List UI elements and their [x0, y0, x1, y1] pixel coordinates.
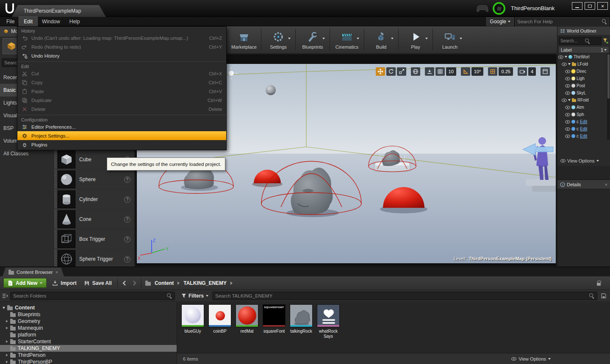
menu-item-undo-history[interactable]: Undo History	[17, 51, 226, 60]
outliner-row-folder[interactable]: RFold	[557, 97, 610, 104]
edit-blueprint-link[interactable]: Edit	[580, 134, 587, 138]
outliner-row-directional-light[interactable]: Direc	[557, 68, 610, 75]
asset-thumbnail[interactable]	[317, 304, 340, 327]
drag-grip-icon[interactable]	[54, 190, 57, 209]
outliner-search-input[interactable]	[560, 39, 585, 43]
visibility-eye-icon[interactable]	[558, 55, 563, 59]
outliner-row-light[interactable]: Ligh	[557, 75, 610, 82]
label-column-header[interactable]: Label	[561, 47, 572, 52]
asset-thumbnail[interactable]	[236, 304, 258, 327]
visibility-eye-icon[interactable]	[565, 113, 570, 116]
search-folders-input[interactable]	[13, 293, 167, 298]
visibility-eye-icon[interactable]	[565, 84, 570, 88]
folder-row-platform[interactable]: platform	[0, 331, 177, 338]
save-all-button[interactable]: Save All	[82, 278, 114, 288]
folder-row-mannequin[interactable]: Mannequin	[0, 325, 177, 331]
save-search-icon[interactable]	[601, 293, 607, 299]
world-local-space-button[interactable]	[411, 67, 420, 76]
camera-speed-value[interactable]: 4	[528, 67, 536, 76]
help-icon[interactable]: ?	[124, 256, 130, 262]
visibility-eye-icon[interactable]	[565, 70, 570, 73]
surface-snap-button[interactable]	[425, 67, 434, 76]
place-actor-sphere[interactable]: Sphere ?	[54, 170, 135, 189]
close-button[interactable]: ×	[597, 2, 608, 10]
rotate-tool-button[interactable]	[386, 67, 396, 76]
asset-thumbnail[interactable]	[208, 304, 231, 327]
menu-item-plugins[interactable]: Plugins	[17, 140, 226, 149]
expander-icon[interactable]	[6, 354, 8, 356]
rotation-snap-button[interactable]	[461, 67, 470, 76]
visibility-eye-icon[interactable]	[565, 91, 570, 95]
folder-row-content[interactable]: Content	[0, 304, 177, 311]
outliner-row-world[interactable]: ThirWorl	[557, 53, 610, 61]
expander-icon[interactable]	[6, 327, 8, 329]
menu-item-project-settings[interactable]: Project Settings...	[17, 131, 226, 140]
menu-item-editor-preferences[interactable]: Editor Preferences...	[17, 122, 226, 131]
asset-thumbnail[interactable]	[181, 304, 204, 327]
visibility-eye-icon[interactable]	[565, 127, 570, 131]
chevron-down-icon[interactable]	[425, 38, 428, 39]
menu-window[interactable]: Window	[37, 17, 65, 26]
sort-icon[interactable]	[604, 49, 607, 51]
search-assets-input[interactable]	[215, 293, 589, 298]
visibility-eye-icon[interactable]	[565, 106, 570, 109]
chevron-down-icon[interactable]	[460, 38, 462, 39]
toolbar-settings-button[interactable]: Settings	[262, 27, 294, 53]
outliner-row-blueprint[interactable]: cEdit	[557, 118, 610, 125]
place-actor-cylinder[interactable]: Cylinder ?	[54, 190, 135, 209]
drag-grip-icon[interactable]	[54, 150, 57, 169]
outliner-row-postprocess[interactable]: Post	[557, 82, 610, 89]
help-search-input[interactable]	[517, 19, 602, 24]
minimize-button[interactable]	[572, 2, 582, 10]
help-icon[interactable]: ?	[124, 216, 130, 223]
chevron-down-icon[interactable]	[391, 38, 394, 39]
menu-help[interactable]: Help	[65, 17, 85, 26]
outliner-row-folder[interactable]: LFold	[557, 61, 610, 68]
place-actor-box-trigger[interactable]: Box Trigger ?	[54, 229, 135, 249]
status-ring-icon[interactable]	[493, 2, 505, 15]
filter-add-icon[interactable]	[603, 38, 609, 44]
asset-redmat[interactable]: redMat	[235, 304, 259, 334]
outliner-row-skylight[interactable]: SkyL	[557, 89, 610, 97]
help-icon[interactable]: ?	[124, 196, 130, 203]
scale-snap-button[interactable]	[488, 67, 497, 76]
expander-icon[interactable]	[6, 340, 8, 343]
asset-thumbnail[interactable]: SQUAREFONT	[263, 304, 286, 327]
translate-tool-button[interactable]	[376, 67, 385, 76]
floating-sphere-mesh[interactable]	[266, 85, 276, 95]
search-engine-dropdown[interactable]: Google	[486, 17, 514, 26]
outliner-row-atmosphere[interactable]: Atm	[557, 104, 610, 111]
outliner-row-blueprint[interactable]: cEdit	[557, 125, 610, 132]
breadcrumb-talking-enemy[interactable]: TALKING_ENEMY	[183, 280, 227, 286]
visibility-eye-icon[interactable]	[562, 63, 567, 66]
visibility-eye-icon[interactable]	[565, 77, 570, 80]
place-actor-cone[interactable]: Cone ?	[54, 210, 135, 229]
folder-row-thirdpersonbp[interactable]: ThirdPersonBP	[0, 358, 177, 364]
back-arrow-icon[interactable]	[122, 280, 128, 286]
place-actor-sphere-trigger[interactable]: Sphere Trigger ?	[54, 249, 135, 267]
expander-icon[interactable]	[3, 307, 5, 309]
toolbar-blueprints-button[interactable]: Blueprints	[297, 27, 329, 53]
visibility-eye-icon[interactable]	[562, 99, 567, 102]
chevron-down-icon[interactable]	[357, 38, 359, 39]
scale-snap-value[interactable]: 0.25	[499, 67, 513, 76]
chevron-down-icon[interactable]	[322, 38, 325, 39]
toolbar-cinematics-button[interactable]: Cinematics	[331, 27, 363, 53]
import-button[interactable]: Import	[50, 278, 78, 288]
expander-icon[interactable]	[565, 56, 567, 58]
map-document-tab[interactable]: ThirdPersonExampleMap	[12, 5, 106, 17]
drag-grip-icon[interactable]	[54, 229, 57, 249]
visibility-eye-icon[interactable]	[565, 135, 570, 138]
outliner-view-options[interactable]: View Options	[557, 157, 610, 165]
details-tab[interactable]: Details ×	[557, 180, 610, 189]
outliner-row-sphere[interactable]: Sph	[557, 111, 610, 118]
toolbar-play-button[interactable]: Play	[399, 27, 432, 53]
folder-row-startercontent[interactable]: StarterContent	[0, 338, 177, 345]
help-icon[interactable]: ?	[124, 236, 130, 243]
outliner-row-blueprint[interactable]: cEdit	[557, 132, 610, 140]
toolbar-marketplace-button[interactable]: Marketplace	[228, 27, 260, 53]
asset-thumbnail[interactable]	[290, 304, 313, 327]
asset-blueguy[interactable]: blueGUy	[181, 304, 205, 334]
asset-squarefont[interactable]: SQUAREFONT squareFont	[262, 304, 286, 334]
sources-toggle-icon[interactable]	[2, 293, 8, 298]
